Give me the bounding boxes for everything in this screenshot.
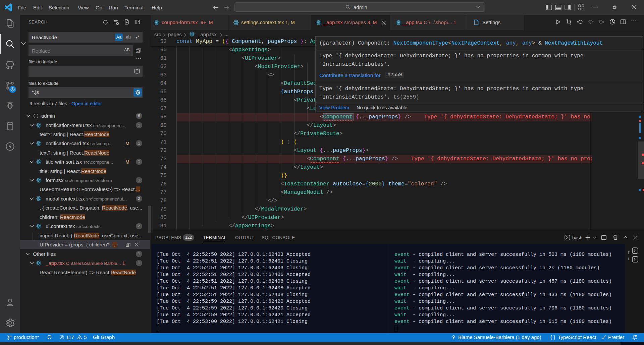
svg-text:ac: ac (137, 50, 139, 53)
svg-text:fb: fb (126, 245, 128, 247)
